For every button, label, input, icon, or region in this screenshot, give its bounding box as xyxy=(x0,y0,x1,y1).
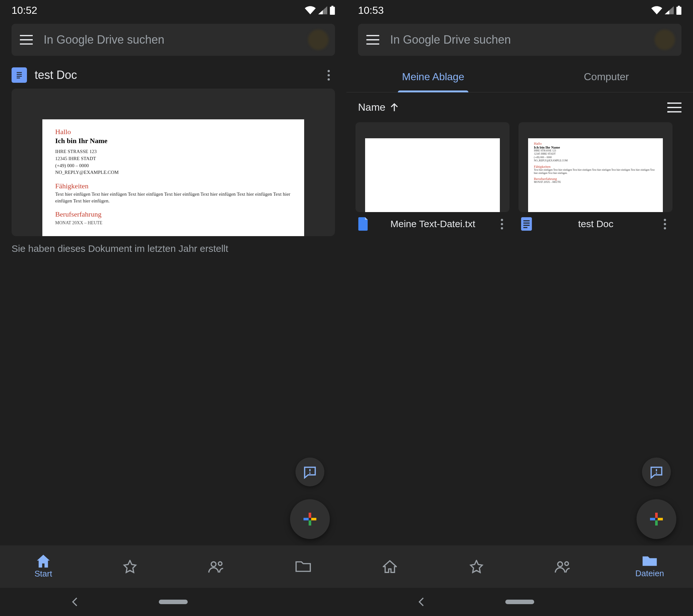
nav-shared[interactable] xyxy=(173,545,260,588)
doc-exp-heading: Berufserfahrung xyxy=(55,210,291,218)
svg-point-6 xyxy=(211,562,216,567)
sort-row: Name xyxy=(346,93,693,116)
suggested-caption: Sie haben dieses Dokument im letzten Jah… xyxy=(0,236,346,261)
account-avatar[interactable] xyxy=(654,29,675,50)
doc-skills-body: Text hier einfügen Text hier einfügen Te… xyxy=(55,191,291,204)
nav-starred[interactable] xyxy=(433,545,520,588)
cell-icon xyxy=(665,6,674,15)
suggested-card[interactable]: Hallo Ich bin Ihr Name IHRE STRASSE 123 … xyxy=(12,88,335,236)
svg-rect-13 xyxy=(658,518,663,520)
screenshot-left: 10:52 In Google Drive suchen test Doc H xyxy=(0,0,346,616)
blank-doc-preview xyxy=(365,138,500,212)
nav-starred[interactable] xyxy=(87,545,173,588)
folder-icon xyxy=(642,555,657,567)
nav-shared[interactable] xyxy=(520,545,606,588)
gesture-pill[interactable] xyxy=(505,600,534,604)
plus-color-icon xyxy=(302,511,318,527)
svg-rect-12 xyxy=(650,518,655,520)
tab-my-drive[interactable]: Meine Ablage xyxy=(346,62,520,92)
cell-icon xyxy=(318,6,327,15)
home-icon xyxy=(36,555,51,568)
chat-alert-icon xyxy=(649,465,664,479)
nav-start[interactable]: Start xyxy=(0,545,87,588)
chat-alert-icon xyxy=(303,465,317,479)
svg-rect-11 xyxy=(655,520,658,525)
svg-rect-8 xyxy=(521,217,532,231)
tab-computer[interactable]: Computer xyxy=(520,62,693,92)
new-fab[interactable] xyxy=(636,499,676,539)
svg-point-15 xyxy=(565,562,569,565)
doc-greeting: Hallo xyxy=(55,128,291,136)
svg-rect-2 xyxy=(309,513,311,518)
people-icon xyxy=(555,560,571,573)
svg-rect-4 xyxy=(303,518,309,520)
file-tile[interactable]: Meine Text-Datei.txt xyxy=(355,122,510,232)
svg-rect-3 xyxy=(309,520,311,525)
battery-icon xyxy=(330,6,335,15)
file-icon xyxy=(357,216,370,232)
file-more-button[interactable] xyxy=(658,218,671,230)
back-button[interactable] xyxy=(417,597,426,607)
status-bar: 10:52 xyxy=(0,0,346,21)
sort-button[interactable]: Name xyxy=(358,101,398,113)
system-nav xyxy=(0,588,346,616)
google-docs-icon xyxy=(12,67,27,83)
svg-point-9 xyxy=(656,472,657,474)
file-grid: Meine Text-Datei.txt Hallo Ich bin Ihr N… xyxy=(346,116,693,238)
sort-label: Name xyxy=(358,101,385,113)
status-bar: 10:53 xyxy=(346,0,693,21)
arrow-up-icon xyxy=(391,103,398,112)
account-avatar[interactable] xyxy=(308,29,329,50)
search-placeholder: In Google Drive suchen xyxy=(390,33,646,46)
file-thumbnail: Hallo Ich bin Ihr Name IHRE STRASSE 123 … xyxy=(518,122,672,212)
doc-preview-small: Hallo Ich bin Ihr Name IHRE STRASSE 123 … xyxy=(528,138,663,212)
svg-point-7 xyxy=(218,562,222,565)
hamburger-icon[interactable] xyxy=(364,35,381,45)
search-placeholder: In Google Drive suchen xyxy=(44,33,299,46)
svg-point-14 xyxy=(558,562,562,567)
feedback-fab[interactable] xyxy=(642,458,671,486)
nav-files[interactable] xyxy=(260,545,346,588)
plus-color-icon xyxy=(649,511,664,527)
wifi-icon xyxy=(305,6,316,15)
suggested-title[interactable]: test Doc xyxy=(35,68,314,82)
people-icon xyxy=(208,560,225,573)
file-name: test Doc xyxy=(538,218,654,230)
fab-column xyxy=(290,458,330,539)
suggested-header: test Doc xyxy=(0,62,346,84)
hamburger-icon[interactable] xyxy=(18,35,35,45)
doc-address2: 12345 IHRE STADT xyxy=(55,155,291,162)
nav-files[interactable]: Dateien xyxy=(606,545,693,588)
status-time: 10:52 xyxy=(12,4,37,16)
system-nav xyxy=(346,588,693,616)
more-options-button[interactable] xyxy=(322,69,335,81)
svg-rect-10 xyxy=(655,513,658,518)
doc-name-line: Ich bin Ihr Name xyxy=(55,137,291,145)
doc-phone: (+49) 000 – 0000 xyxy=(55,162,291,170)
view-toggle-button[interactable] xyxy=(667,102,681,113)
feedback-fab[interactable] xyxy=(296,458,324,486)
svg-rect-0 xyxy=(15,69,23,81)
new-fab[interactable] xyxy=(290,499,330,539)
bottom-nav: Start xyxy=(0,545,346,588)
nav-files-label: Dateien xyxy=(635,569,664,578)
bottom-nav: Dateien xyxy=(346,545,693,588)
search-bar[interactable]: In Google Drive suchen xyxy=(358,24,681,56)
file-more-button[interactable] xyxy=(495,218,508,230)
svg-rect-5 xyxy=(311,518,316,520)
fab-column xyxy=(636,458,676,539)
file-tile[interactable]: Hallo Ich bin Ihr Name IHRE STRASSE 123 … xyxy=(518,122,672,232)
google-docs-icon xyxy=(520,216,533,232)
search-bar[interactable]: In Google Drive suchen xyxy=(12,24,335,56)
star-icon xyxy=(469,560,483,573)
nav-start[interactable] xyxy=(346,545,433,588)
status-time: 10:53 xyxy=(358,4,384,16)
svg-point-1 xyxy=(309,472,311,474)
file-thumbnail xyxy=(355,122,510,212)
folder-icon xyxy=(296,560,311,573)
doc-exp-meta: MONAT 20XX – HEUTE xyxy=(55,220,291,225)
tabs: Meine Ablage Computer xyxy=(346,62,693,93)
star-icon xyxy=(123,560,137,573)
gesture-pill[interactable] xyxy=(159,600,188,604)
back-button[interactable] xyxy=(71,597,80,607)
